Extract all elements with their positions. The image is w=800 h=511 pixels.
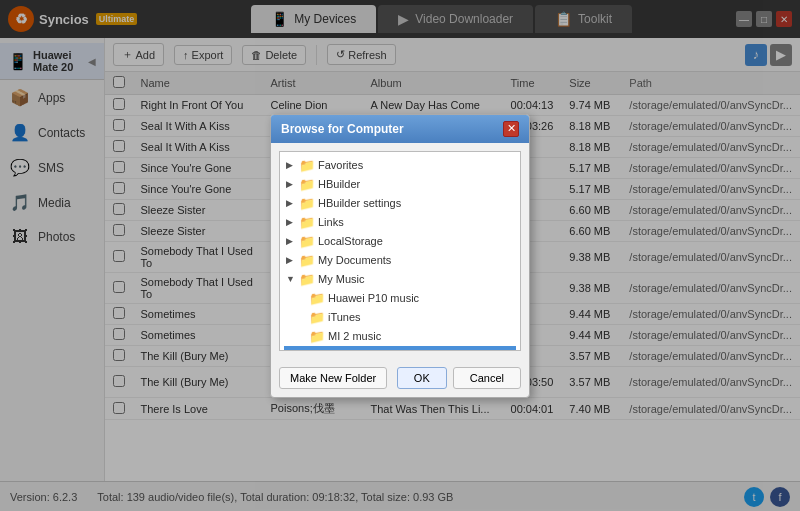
tree-arrow-my-documents: ▶ [286, 255, 296, 265]
tree-arrow-favorites: ▶ [286, 160, 296, 170]
folder-icon-my-music: 📁 [299, 272, 315, 287]
ok-button[interactable]: OK [397, 367, 447, 389]
tree-label-links: Links [318, 216, 344, 228]
browse-modal: Browse for Computer ✕ ▶ 📁 Favorites ▶ 📁 … [270, 114, 530, 398]
folder-icon-favorites: 📁 [299, 158, 315, 173]
modal-footer: Make New Folder OK Cancel [271, 359, 529, 397]
tree-item-hbuilder[interactable]: ▶ 📁 HBuilder [284, 175, 516, 194]
modal-title: Browse for Computer [281, 122, 404, 136]
tree-label-my-music: My Music [318, 273, 364, 285]
tree-label-mi2-music: MI 2 music [328, 330, 381, 342]
folder-icon-local-storage: 📁 [299, 234, 315, 249]
tree-label-huawei-mate9: Huawei Mate 9 music [328, 349, 433, 351]
folder-icon-itunes: 📁 [309, 310, 325, 325]
modal-overlay: Browse for Computer ✕ ▶ 📁 Favorites ▶ 📁 … [0, 0, 800, 511]
tree-label-favorites: Favorites [318, 159, 363, 171]
folder-icon-my-documents: 📁 [299, 253, 315, 268]
tree-arrow-local-storage: ▶ [286, 236, 296, 246]
tree-label-hbuilder: HBuilder [318, 178, 360, 190]
tree-item-links[interactable]: ▶ 📁 Links [284, 213, 516, 232]
modal-title-bar: Browse for Computer ✕ [271, 115, 529, 143]
tree-item-my-music[interactable]: ▼ 📁 My Music [284, 270, 516, 289]
tree-item-favorites[interactable]: ▶ 📁 Favorites [284, 156, 516, 175]
tree-item-huawei-p10[interactable]: 📁 Huawei P10 music [284, 289, 516, 308]
new-folder-button[interactable]: Make New Folder [279, 367, 387, 389]
tree-item-itunes[interactable]: 📁 iTunes [284, 308, 516, 327]
folder-icon-huawei-p10: 📁 [309, 291, 325, 306]
folder-icon-huawei-mate9: 📁 [309, 348, 325, 351]
tree-item-huawei-mate9[interactable]: 📁 Huawei Mate 9 music [284, 346, 516, 351]
tree-arrow-hbuilder-settings: ▶ [286, 198, 296, 208]
tree-item-local-storage[interactable]: ▶ 📁 LocalStorage [284, 232, 516, 251]
folder-icon-links: 📁 [299, 215, 315, 230]
modal-body: ▶ 📁 Favorites ▶ 📁 HBuilder ▶ 📁 HBuilder … [271, 143, 529, 359]
folder-icon-hbuilder: 📁 [299, 177, 315, 192]
tree-arrow-hbuilder: ▶ [286, 179, 296, 189]
tree-label-local-storage: LocalStorage [318, 235, 383, 247]
folder-icon-hbuilder-settings: 📁 [299, 196, 315, 211]
folder-tree[interactable]: ▶ 📁 Favorites ▶ 📁 HBuilder ▶ 📁 HBuilder … [279, 151, 521, 351]
tree-arrow-links: ▶ [286, 217, 296, 227]
modal-close-button[interactable]: ✕ [503, 121, 519, 137]
tree-item-hbuilder-settings[interactable]: ▶ 📁 HBuilder settings [284, 194, 516, 213]
folder-icon-mi2-music: 📁 [309, 329, 325, 344]
tree-item-my-documents[interactable]: ▶ 📁 My Documents [284, 251, 516, 270]
tree-label-huawei-p10: Huawei P10 music [328, 292, 419, 304]
tree-label-my-documents: My Documents [318, 254, 391, 266]
tree-item-mi2-music[interactable]: 📁 MI 2 music [284, 327, 516, 346]
cancel-button[interactable]: Cancel [453, 367, 521, 389]
tree-label-hbuilder-settings: HBuilder settings [318, 197, 401, 209]
tree-arrow-my-music: ▼ [286, 274, 296, 284]
tree-label-itunes: iTunes [328, 311, 361, 323]
